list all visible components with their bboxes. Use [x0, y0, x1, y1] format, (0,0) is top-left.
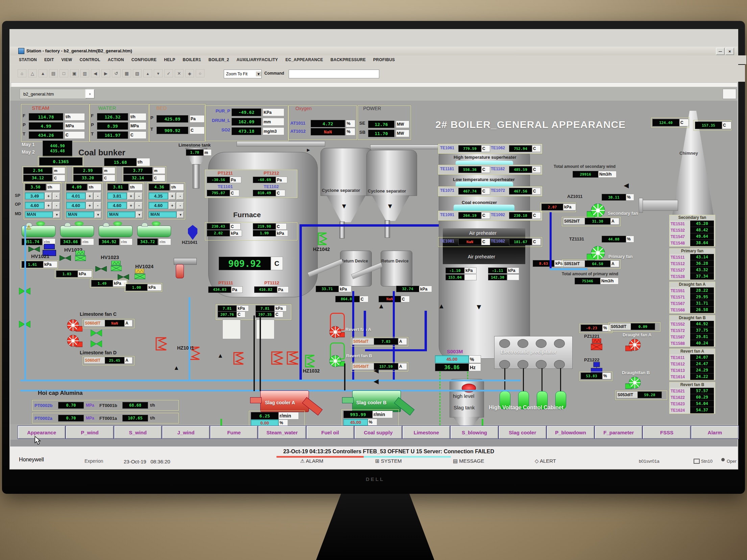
toolbar-icon[interactable]: ↺ — [112, 69, 121, 77]
tab-b2-general[interactable]: b2_general.htm — [20, 89, 87, 99]
sp-decrement-button[interactable]: - — [53, 193, 60, 200]
limestone-fan-d-icon[interactable] — [66, 334, 82, 349]
sp-input[interactable]: 3.49 — [25, 193, 44, 199]
toolbar-icon[interactable]: ○ — [196, 69, 204, 77]
nav-button[interactable]: Slag cooler — [499, 426, 546, 439]
mode-select[interactable]: MAN — [66, 211, 94, 218]
nav-button[interactable]: Fuel oil — [307, 426, 354, 439]
burner-icon[interactable] — [233, 352, 244, 365]
hv1024-valve-icon[interactable] — [118, 274, 129, 280]
draught-fan-a-icon[interactable] — [625, 338, 642, 353]
limestone-valve-icon[interactable] — [91, 330, 102, 336]
toolbar-icon[interactable]: ▴ — [143, 69, 152, 77]
close-button[interactable]: ✕ — [725, 48, 734, 55]
nav-button[interactable]: P_wind — [66, 426, 113, 439]
menu-item[interactable]: STATION — [19, 57, 37, 62]
minimize-button[interactable]: — — [716, 48, 725, 55]
coal-feeder[interactable]: 343.66r/m — [60, 226, 94, 247]
mode-dropdown-icon[interactable]: ▼ — [53, 211, 60, 218]
toolbar-icon[interactable]: ▤ — [49, 69, 58, 77]
nav-button[interactable]: Coal supply — [355, 426, 402, 439]
revert-fan-b-icon[interactable] — [327, 354, 345, 368]
burner-icon[interactable] — [270, 351, 283, 365]
nav-button[interactable]: S_blowing — [451, 426, 498, 439]
limestone-valve-icon[interactable] — [91, 340, 102, 347]
coal-feeder[interactable]: 343.72r/m — [137, 226, 171, 247]
nav-button[interactable]: FSSS — [643, 426, 690, 439]
sp-increment-button[interactable]: + — [169, 193, 176, 200]
nav-button[interactable]: Alarm — [691, 426, 739, 439]
sp-decrement-button[interactable]: - — [176, 193, 184, 200]
limestone-fan-c-icon[interactable] — [66, 318, 82, 333]
revert-fan-a-icon[interactable] — [327, 325, 345, 339]
menu-item[interactable]: EDIT — [44, 57, 54, 62]
nav-button[interactable]: Limestone — [403, 426, 450, 439]
slag-cooler-a-pct[interactable]: 0.00 — [251, 419, 279, 426]
draught-fan-b-icon[interactable] — [625, 376, 642, 390]
sp-increment-button[interactable]: + — [45, 193, 52, 200]
s003m-pct[interactable]: 45.00 — [435, 355, 469, 363]
nav-button[interactable]: J_wind — [162, 426, 210, 439]
op-increment-button[interactable]: + — [169, 202, 176, 209]
pz1221-valve-icon[interactable] — [591, 338, 602, 351]
nav-button[interactable]: Fume — [210, 426, 258, 439]
op-decrement-button[interactable]: - — [135, 202, 143, 209]
burner-icon[interactable] — [286, 351, 299, 365]
alert-button[interactable]: ◇ ALERT — [535, 458, 556, 464]
mode-dropdown-icon[interactable]: ▼ — [177, 211, 184, 218]
mode-select[interactable]: MAN — [149, 211, 176, 218]
menu-item[interactable]: AUXILIARYFACILITY — [237, 57, 278, 62]
menu-item[interactable]: ACTION — [108, 57, 124, 62]
toolbar-icon[interactable]: ▦ — [122, 69, 131, 77]
toolbar-icon[interactable]: ▣ — [70, 69, 79, 77]
hv1023-actuator-icon[interactable] — [111, 261, 122, 272]
mode-select[interactable]: MAN — [107, 211, 135, 218]
op-input[interactable]: 4.60 — [149, 202, 168, 209]
message-button[interactable]: ▤ MESSAGE — [453, 458, 484, 464]
nav-button[interactable]: S_wind — [114, 426, 162, 439]
menu-item[interactable]: BACKPRESSURE — [331, 57, 366, 62]
toolbar-icon[interactable]: ▥ — [80, 69, 89, 77]
nav-button[interactable]: Steam_water — [258, 426, 306, 439]
sp-increment-button[interactable]: + — [86, 193, 94, 200]
menu-item[interactable]: BOILER1 — [183, 57, 201, 62]
mode-select[interactable]: MAN — [25, 211, 53, 218]
menu-item[interactable]: CONFIGURE — [131, 57, 157, 62]
hv1024-actuator-icon[interactable] — [135, 269, 145, 280]
menu-item[interactable]: BOILER_2 — [209, 57, 229, 62]
toolbar-icon[interactable]: □ — [59, 69, 68, 77]
sp-decrement-button[interactable]: - — [94, 193, 101, 200]
coal-feeder[interactable]: 364.92r/m — [99, 226, 132, 247]
menu-item[interactable]: HELP — [164, 57, 175, 62]
sp-increment-button[interactable]: + — [127, 193, 135, 200]
op-input[interactable]: 4.60 — [107, 202, 127, 209]
toolbar-icon[interactable]: ◀ — [91, 69, 100, 77]
toolbar-icon[interactable]: ✕ — [175, 69, 184, 77]
menu-item[interactable]: EC_APPEARANCE — [285, 57, 323, 62]
hv1022-actuator-icon[interactable] — [75, 251, 86, 261]
toolbar-icon[interactable]: ▶ — [101, 69, 110, 77]
menu-item[interactable]: PROFIBUS — [373, 57, 395, 62]
mode-dropdown-icon[interactable]: ▼ — [136, 211, 143, 218]
menu-item[interactable]: CONTROL — [79, 57, 100, 62]
hz1042-damper-icon[interactable] — [317, 232, 327, 245]
sp-input[interactable]: 3.81 — [107, 193, 127, 199]
toolbar-icon[interactable]: ▲ — [39, 69, 47, 77]
toolbar-icon[interactable]: △ — [28, 69, 37, 77]
user-name[interactable]: Oper — [727, 459, 737, 464]
igniter-canister[interactable] — [176, 264, 184, 278]
op-increment-button[interactable]: + — [86, 202, 94, 209]
toolbar-icon[interactable]: ▧ — [133, 69, 142, 77]
op-decrement-button[interactable]: - — [53, 202, 60, 209]
system-button[interactable]: ⊞ SYSTEM — [375, 458, 402, 464]
hz1041-damper-icon[interactable] — [188, 225, 197, 240]
op-increment-button[interactable]: + — [127, 202, 135, 209]
op-input[interactable]: 4.60 — [66, 202, 86, 209]
tab-bar-right-box[interactable] — [723, 89, 736, 99]
op-decrement-button[interactable]: - — [176, 202, 184, 209]
sp-input[interactable]: 4.35 — [149, 193, 168, 199]
sp-decrement-button[interactable]: - — [135, 193, 143, 200]
slag-cooler-b-pct[interactable]: 45.00 — [343, 419, 368, 426]
nav-button[interactable]: P_blowdown — [547, 426, 594, 439]
alarm-button[interactable]: ⚠ ALARM — [300, 458, 323, 464]
